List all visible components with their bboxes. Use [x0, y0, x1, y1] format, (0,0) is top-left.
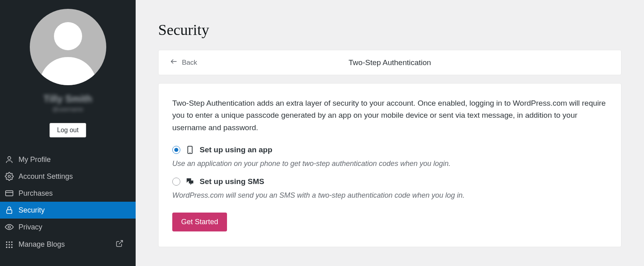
- svg-point-14: [11, 246, 13, 248]
- back-button[interactable]: Back: [170, 57, 197, 68]
- logout-button[interactable]: Log out: [50, 123, 86, 137]
- svg-point-5: [8, 226, 10, 228]
- sidebar-nav: My Profile Account Settings Purchases Se…: [0, 151, 136, 254]
- lock-icon: [5, 206, 14, 215]
- radio-sms[interactable]: [172, 178, 180, 186]
- phone-icon: [185, 145, 195, 155]
- arrow-left-icon: [170, 57, 178, 68]
- get-started-button[interactable]: Get Started: [172, 213, 227, 231]
- card-icon: [5, 189, 14, 198]
- sidebar-item-label: Purchases: [19, 189, 53, 198]
- sidebar-item-label: Account Settings: [19, 172, 73, 181]
- option-app-desc: Use an application on your phone to get …: [172, 160, 607, 168]
- sidebar-item-security[interactable]: Security: [0, 202, 136, 219]
- gear-icon: [5, 172, 14, 181]
- svg-point-7: [8, 241, 10, 243]
- two-step-description: Two-Step Authentication adds an extra la…: [172, 97, 607, 134]
- svg-line-15: [119, 241, 122, 244]
- svg-point-8: [11, 241, 13, 243]
- sidebar-item-label: Manage Blogs: [19, 240, 65, 249]
- grid-icon: [5, 240, 14, 249]
- back-label: Back: [182, 59, 197, 67]
- option-sms-title: Set up using SMS: [200, 177, 264, 186]
- profile-handle: @username: [52, 106, 83, 113]
- svg-point-11: [11, 244, 13, 246]
- panel-body: Two-Step Authentication adds an extra la…: [158, 83, 621, 247]
- radio-app[interactable]: [172, 146, 180, 154]
- svg-point-10: [8, 244, 10, 246]
- panel-title: Two-Step Authentication: [159, 58, 621, 67]
- external-link-icon: [116, 239, 124, 250]
- person-icon: [5, 155, 14, 164]
- option-sms-desc: WordPress.com will send you an SMS with …: [172, 191, 607, 200]
- sidebar-item-label: Security: [19, 206, 45, 215]
- sidebar-item-account-settings[interactable]: Account Settings: [0, 168, 136, 185]
- main-content: Security Back Two-Step Authentication Tw…: [136, 0, 644, 266]
- sidebar-item-manage-blogs[interactable]: Manage Blogs: [0, 235, 136, 254]
- svg-rect-4: [7, 210, 12, 213]
- sidebar: Tilly Smith @username Log out My Profile…: [0, 0, 136, 266]
- svg-point-12: [6, 246, 8, 248]
- sidebar-item-purchases[interactable]: Purchases: [0, 185, 136, 202]
- sidebar-item-privacy[interactable]: Privacy: [0, 219, 136, 235]
- sidebar-item-label: My Profile: [19, 156, 51, 164]
- eye-icon: [5, 223, 14, 231]
- profile-section: Tilly Smith @username Log out: [0, 0, 136, 145]
- svg-point-6: [6, 241, 8, 243]
- option-sms: Set up using SMS WordPress.com will send…: [172, 177, 607, 200]
- page-title: Security: [158, 21, 621, 39]
- panel-header: Back Two-Step Authentication: [158, 50, 621, 75]
- sidebar-item-label: Privacy: [19, 223, 42, 231]
- svg-rect-2: [6, 191, 13, 196]
- svg-point-13: [8, 246, 10, 248]
- chat-icon: [185, 177, 195, 186]
- profile-name: Tilly Smith: [43, 93, 92, 104]
- option-app: Set up using an app Use an application o…: [172, 145, 607, 168]
- svg-point-1: [8, 175, 10, 178]
- avatar[interactable]: [30, 9, 106, 85]
- svg-point-9: [6, 244, 8, 246]
- svg-point-0: [8, 157, 10, 160]
- sidebar-item-my-profile[interactable]: My Profile: [0, 151, 136, 168]
- option-app-title: Set up using an app: [200, 145, 272, 154]
